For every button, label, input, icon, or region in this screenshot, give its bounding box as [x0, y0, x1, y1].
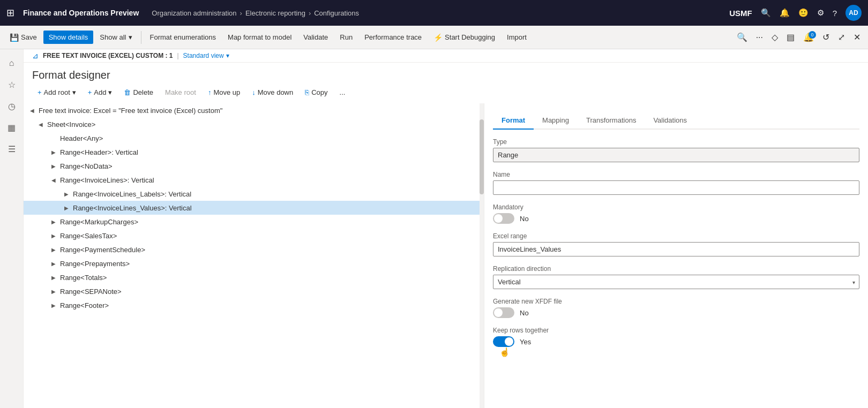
type-label: Type [493, 138, 859, 146]
xfdf-toggle[interactable] [493, 307, 514, 318]
tree-item-sheet-invoice[interactable]: ◀ Sheet<Invoice> [24, 117, 484, 131]
format-enumerations-button[interactable]: Format enumerations [145, 31, 222, 44]
range-prepayments-expand-icon[interactable]: ▶ [49, 259, 58, 268]
root-label: Free text invoice: Excel = "Free text in… [39, 107, 222, 115]
root-expand-icon[interactable]: ◀ [28, 106, 36, 115]
close-icon[interactable]: ✕ [850, 30, 864, 44]
notification-icon[interactable]: 🔔 [780, 8, 790, 18]
grid-icon[interactable]: ⊞ [6, 7, 14, 19]
range-sepanote-expand-icon[interactable]: ▶ [49, 287, 58, 296]
range-header-label: Range<Header>: Vertical [60, 148, 138, 156]
show-details-button[interactable]: Show details [43, 31, 94, 44]
help-icon[interactable]: ? [833, 9, 837, 18]
mandatory-toggle-knob [494, 214, 503, 223]
tree-root-item[interactable]: ◀ Free text invoice: Excel = "Free text … [24, 103, 484, 117]
type-input[interactable] [493, 148, 859, 162]
range-nodata-expand-icon[interactable]: ▶ [49, 162, 58, 170]
view-selector[interactable]: Standard view ▾ [183, 52, 229, 59]
range-header-expand-icon[interactable]: ▶ [49, 148, 58, 156]
tree-item-header-any[interactable]: Header<Any> [24, 131, 484, 145]
sheet-expand-icon[interactable]: ◀ [36, 120, 45, 129]
show-all-button[interactable]: Show all ▾ [94, 31, 137, 44]
debug-icon: ⚡ [433, 33, 443, 42]
keep-rows-label: Keep rows together [493, 327, 859, 334]
tree-item-range-footer[interactable]: ▶ Range<Footer> [24, 298, 484, 312]
tab-format[interactable]: Format [493, 112, 534, 130]
run-button[interactable]: Run [334, 31, 358, 44]
tree-item-range-nodata[interactable]: ▶ Range<NoData> [24, 159, 484, 173]
range-totals-expand-icon[interactable]: ▶ [49, 273, 58, 282]
breadcrumb-org[interactable]: Organization administration [152, 9, 236, 17]
sidebar-item-recent[interactable]: ◷ [2, 96, 21, 116]
smiley-icon[interactable]: 🙂 [798, 8, 809, 18]
tree-item-range-paymentschedule[interactable]: ▶ Range<PaymentSchedule> [24, 243, 484, 256]
move-down-button[interactable]: ↓ Move down [246, 86, 298, 99]
start-debugging-button[interactable]: ⚡ Start Debugging [428, 31, 500, 44]
validate-button[interactable]: Validate [298, 31, 333, 44]
tab-validations[interactable]: Validations [645, 112, 695, 130]
refresh-icon[interactable]: ↺ [819, 30, 833, 44]
toolbar-panel-icon[interactable]: ▤ [783, 30, 798, 44]
tree-scrollbar[interactable] [480, 103, 484, 408]
search-icon[interactable]: 🔍 [761, 8, 771, 18]
save-button[interactable]: 💾 Save [4, 31, 42, 44]
range-footer-label: Range<Footer> [60, 301, 109, 309]
settings-icon[interactable]: ⚙ [817, 8, 824, 18]
tree-item-range-prepayments[interactable]: ▶ Range<Prepayments> [24, 256, 484, 270]
tree-scroll-thumb[interactable] [480, 119, 484, 194]
replication-select[interactable]: Vertical Horizontal None [493, 275, 859, 289]
replication-field-group: Replication direction Vertical Horizonta… [493, 265, 859, 289]
mandatory-toggle[interactable] [493, 213, 514, 224]
company-selector[interactable]: USMF [729, 9, 752, 18]
name-input[interactable] [493, 180, 859, 195]
make-root-button[interactable]: Make root [160, 86, 201, 99]
tab-mapping[interactable]: Mapping [534, 112, 578, 130]
notifications-badge[interactable]: 🔔0 [800, 30, 817, 44]
sidebar-item-workspaces[interactable]: ▦ [2, 118, 21, 137]
move-up-button[interactable]: ↑ Move up [203, 86, 245, 99]
app-title: Finance and Operations Preview [23, 9, 139, 17]
range-footer-expand-icon[interactable]: ▶ [49, 301, 58, 309]
fullscreen-icon[interactable]: ⤢ [835, 30, 848, 44]
more-button[interactable]: ... [334, 86, 351, 99]
breadcrumb-config[interactable]: Configurations [314, 9, 359, 17]
filter-icon[interactable]: ⊿ [32, 51, 39, 60]
right-panel: Format Mapping Transformations Validatio… [484, 103, 868, 408]
range-il-labels-expand-icon[interactable]: ▶ [62, 190, 71, 198]
tree-item-range-totals[interactable]: ▶ Range<Totals> [24, 270, 484, 284]
delete-button[interactable]: 🗑 Delete [118, 86, 159, 99]
tree-item-range-sepanote[interactable]: ▶ Range<SEPANote> [24, 284, 484, 298]
range-salestax-expand-icon[interactable]: ▶ [49, 231, 58, 240]
tree-item-range-invoicelines[interactable]: ◀ Range<InvoiceLines>: Vertical [24, 173, 484, 187]
cursor-pointer-icon: ☝ [499, 347, 510, 357]
breadcrumb-er[interactable]: Electronic reporting [245, 9, 305, 17]
tree-item-range-markupcharges[interactable]: ▶ Range<MarkupCharges> [24, 215, 484, 229]
keep-rows-toggle-row: Yes [493, 336, 859, 347]
excel-range-input[interactable] [493, 242, 859, 256]
tree-item-range-header[interactable]: ▶ Range<Header>: Vertical [24, 145, 484, 159]
import-button[interactable]: Import [502, 31, 532, 44]
sidebar-item-home[interactable]: ⌂ [2, 54, 21, 73]
map-format-button[interactable]: Map format to model [222, 31, 297, 44]
range-il-values-expand-icon[interactable]: ▶ [62, 203, 71, 212]
toolbar-more-icon[interactable]: ··· [753, 31, 766, 44]
performance-trace-button[interactable]: Performance trace [359, 31, 427, 44]
add-root-button[interactable]: + Add root ▾ [32, 86, 81, 99]
sidebar-item-modules[interactable]: ☰ [2, 139, 21, 158]
keep-rows-toggle[interactable] [493, 336, 514, 347]
add-button[interactable]: + Add ▾ [83, 86, 118, 99]
tree-item-range-invoicelines-labels[interactable]: ▶ Range<InvoiceLines_Labels>: Vertical [24, 187, 484, 201]
range-payment-expand-icon[interactable]: ▶ [49, 245, 58, 254]
sidebar-item-favorites[interactable]: ☆ [2, 75, 21, 94]
copy-button[interactable]: ⎘ Copy [300, 86, 333, 99]
toolbar-search-icon[interactable]: 🔍 [734, 30, 751, 44]
avatar[interactable]: AD [845, 5, 862, 21]
toolbar-diamond-icon[interactable]: ◇ [768, 30, 781, 44]
tree-item-range-invoicelines-values[interactable]: ▶ Range<InvoiceLines_Values>: Vertical [24, 201, 484, 215]
tabs: Format Mapping Transformations Validatio… [493, 112, 859, 130]
range-markup-expand-icon[interactable]: ▶ [49, 217, 58, 226]
tree-item-range-salestax[interactable]: ▶ Range<SalesTax> [24, 229, 484, 243]
tab-transformations[interactable]: Transformations [578, 112, 645, 130]
add-root-chevron: ▾ [72, 88, 76, 96]
range-invoicelines-expand-icon[interactable]: ◀ [49, 176, 58, 184]
